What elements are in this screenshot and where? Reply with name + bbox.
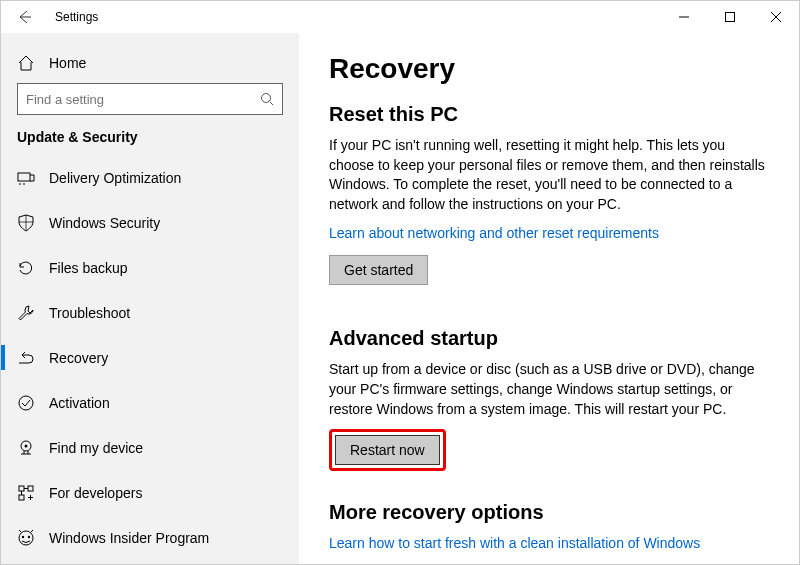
titlebar-left: Settings — [9, 2, 98, 32]
svg-point-1 — [262, 94, 271, 103]
sidebar-item-label: Delivery Optimization — [49, 170, 181, 186]
maximize-icon — [725, 12, 735, 22]
home-nav[interactable]: Home — [1, 43, 299, 83]
maximize-button[interactable] — [707, 1, 753, 33]
sidebar-item-delivery-optimization[interactable]: Delivery Optimization — [1, 155, 299, 200]
sidebar-item-label: Activation — [49, 395, 110, 411]
advanced-section-title: Advanced startup — [329, 327, 769, 350]
sidebar-item-find-my-device[interactable]: Find my device — [1, 425, 299, 470]
sidebar-item-label: Find my device — [49, 440, 143, 456]
svg-point-3 — [19, 396, 33, 410]
body: Home Update & Security Delivery Optimiza… — [1, 33, 799, 564]
svg-rect-0 — [726, 13, 735, 22]
search-icon — [260, 92, 274, 106]
get-started-button[interactable]: Get started — [329, 255, 428, 285]
svg-point-5 — [25, 444, 28, 447]
svg-point-11 — [28, 535, 30, 537]
home-label: Home — [49, 55, 86, 71]
sidebar-item-troubleshoot[interactable]: Troubleshoot — [1, 290, 299, 335]
sidebar-item-windows-insider[interactable]: Windows Insider Program — [1, 515, 299, 560]
search-input[interactable] — [26, 92, 260, 107]
minimize-icon — [679, 12, 689, 22]
minimize-button[interactable] — [661, 1, 707, 33]
sidebar-item-recovery[interactable]: Recovery — [1, 335, 299, 380]
more-section-title: More recovery options — [329, 501, 769, 524]
sidebar-item-activation[interactable]: Activation — [1, 380, 299, 425]
sidebar-item-for-developers[interactable]: For developers — [1, 470, 299, 515]
sidebar: Home Update & Security Delivery Optimiza… — [1, 33, 299, 564]
window-controls — [661, 1, 799, 33]
sidebar-item-label: Recovery — [49, 350, 108, 366]
advanced-description: Start up from a device or disc (such as … — [329, 360, 769, 419]
fresh-install-link[interactable]: Learn how to start fresh with a clean in… — [329, 535, 700, 551]
svg-point-10 — [22, 535, 24, 537]
reset-section-title: Reset this PC — [329, 103, 769, 126]
sidebar-nav: Delivery Optimization Windows Security F… — [1, 155, 299, 564]
check-circle-icon — [17, 394, 35, 412]
search-box[interactable] — [17, 83, 283, 115]
sidebar-section-heading: Update & Security — [1, 125, 299, 155]
svg-rect-2 — [18, 173, 30, 181]
sidebar-item-windows-security[interactable]: Windows Security — [1, 200, 299, 245]
titlebar: Settings — [1, 1, 799, 33]
svg-rect-6 — [19, 486, 24, 491]
close-button[interactable] — [753, 1, 799, 33]
shield-icon — [17, 214, 35, 232]
home-icon — [17, 54, 35, 72]
delivery-icon — [17, 169, 35, 187]
restart-now-button[interactable]: Restart now — [335, 435, 440, 465]
sidebar-item-files-backup[interactable]: Files backup — [1, 245, 299, 290]
close-icon — [771, 12, 781, 22]
restart-highlight: Restart now — [329, 429, 446, 471]
recovery-icon — [17, 349, 35, 367]
sidebar-item-label: Files backup — [49, 260, 128, 276]
settings-window: Settings Home — [0, 0, 800, 565]
arrow-left-icon — [16, 9, 32, 25]
reset-learn-link[interactable]: Learn about networking and other reset r… — [329, 225, 659, 241]
sidebar-item-label: Troubleshoot — [49, 305, 130, 321]
reset-description: If your PC isn't running well, resetting… — [329, 136, 769, 214]
developers-icon — [17, 484, 35, 502]
svg-rect-7 — [28, 486, 33, 491]
svg-rect-8 — [19, 495, 24, 500]
search-wrap — [1, 83, 299, 125]
backup-icon — [17, 259, 35, 277]
page-title: Recovery — [329, 53, 769, 85]
wrench-icon — [17, 304, 35, 322]
sidebar-item-label: For developers — [49, 485, 142, 501]
location-icon — [17, 439, 35, 457]
insider-icon — [17, 529, 35, 547]
window-title: Settings — [55, 10, 98, 24]
content-pane[interactable]: Recovery Reset this PC If your PC isn't … — [299, 33, 799, 564]
sidebar-item-label: Windows Security — [49, 215, 160, 231]
sidebar-item-label: Windows Insider Program — [49, 530, 209, 546]
back-button[interactable] — [9, 2, 39, 32]
